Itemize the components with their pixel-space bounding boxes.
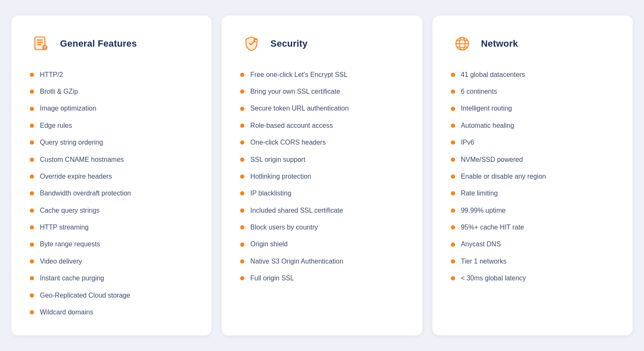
bullet-icon bbox=[240, 90, 244, 94]
list-item: Override expire headers bbox=[30, 172, 193, 181]
list-item: Wildcard domains bbox=[30, 308, 193, 317]
feature-text: One-click CORS headers bbox=[250, 138, 326, 147]
svg-rect-4 bbox=[37, 44, 41, 45]
bullet-icon bbox=[451, 107, 455, 111]
list-item: SSL origin support bbox=[240, 155, 403, 164]
list-item: Full origin SSL bbox=[240, 274, 403, 283]
list-item: < 30ms global latency bbox=[451, 274, 614, 283]
bullet-icon bbox=[240, 225, 244, 230]
list-item: Origin shield bbox=[240, 240, 403, 249]
feature-text: SSL origin support bbox=[250, 155, 305, 164]
list-item: Query string ordering bbox=[30, 138, 193, 147]
feature-text: Intelligent routing bbox=[461, 104, 512, 113]
list-item: Bandwidth overdraft protection bbox=[30, 189, 193, 198]
bullet-icon bbox=[30, 140, 34, 145]
list-item: Cache query strings bbox=[30, 206, 193, 215]
bullet-icon bbox=[240, 107, 244, 111]
bullet-icon bbox=[30, 73, 34, 77]
list-item: Image optimization bbox=[30, 104, 193, 113]
bullet-icon bbox=[451, 124, 455, 128]
list-item: Free one-click Let's Encrypt SSL bbox=[240, 70, 403, 79]
feature-list-security: Free one-click Let's Encrypt SSLBring yo… bbox=[240, 70, 403, 283]
bullet-icon bbox=[451, 174, 455, 179]
list-item: Hotlinking protection bbox=[240, 172, 403, 181]
list-item: 41 global datacenters bbox=[451, 70, 614, 79]
list-item: 99.99% uptime bbox=[451, 206, 614, 215]
bullet-icon bbox=[30, 225, 34, 230]
card-title-security: Security bbox=[270, 38, 307, 49]
bullet-icon bbox=[451, 208, 455, 213]
feature-text: Enable or disable any region bbox=[461, 172, 546, 181]
list-item: Rate limiting bbox=[451, 189, 614, 198]
bullet-icon bbox=[30, 276, 34, 280]
feature-text: NVMe/SSD powered bbox=[461, 155, 523, 164]
list-item: HTTP streaming bbox=[30, 223, 193, 232]
bullet-icon bbox=[30, 158, 34, 162]
bullet-icon bbox=[240, 191, 244, 195]
bullet-icon bbox=[451, 90, 455, 94]
feature-text: Custom CNAME hostnames bbox=[40, 155, 124, 164]
bullet-icon bbox=[30, 243, 34, 247]
bullet-icon bbox=[451, 225, 455, 230]
feature-text: Full origin SSL bbox=[250, 274, 294, 283]
bullet-icon bbox=[240, 140, 244, 145]
bullet-icon bbox=[240, 73, 244, 77]
list-item: Block users by country bbox=[240, 223, 403, 232]
feature-text: Instant cache purging bbox=[40, 274, 104, 283]
svg-rect-6 bbox=[44, 46, 46, 47]
card-header-network: Network bbox=[451, 32, 614, 55]
feature-text: 41 global datacenters bbox=[461, 70, 525, 79]
svg-rect-3 bbox=[37, 42, 43, 43]
feature-list-general: HTTP/2Brotli & GZipImage optimizationEdg… bbox=[30, 70, 193, 317]
feature-text: Bandwidth overdraft protection bbox=[40, 189, 131, 198]
feature-text: Role-based account access bbox=[250, 121, 333, 130]
bullet-icon bbox=[240, 174, 244, 179]
list-item: IP blacklisting bbox=[240, 189, 403, 198]
feature-text: Origin shield bbox=[250, 240, 288, 249]
bullet-icon bbox=[451, 243, 455, 247]
feature-text: Video delivery bbox=[40, 257, 82, 266]
bullet-icon bbox=[30, 191, 34, 195]
bullet-icon bbox=[30, 174, 34, 179]
feature-text: Override expire headers bbox=[40, 172, 112, 181]
feature-text: Native S3 Origin Authentication bbox=[250, 257, 343, 266]
feature-text: Edge rules bbox=[40, 121, 72, 130]
bullet-icon bbox=[30, 208, 34, 213]
list-item: IPv6 bbox=[451, 138, 614, 147]
feature-text: 99.99% uptime bbox=[461, 206, 506, 215]
feature-text: Brotli & GZip bbox=[40, 87, 78, 96]
bullet-icon bbox=[240, 124, 244, 128]
feature-card-network: Network41 global datacenters6 continents… bbox=[432, 16, 633, 336]
list-item: Native S3 Origin Authentication bbox=[240, 257, 403, 266]
list-item: Enable or disable any region bbox=[451, 172, 614, 181]
card-header-security: ★ Security bbox=[240, 32, 403, 55]
feature-text: Automatic healing bbox=[461, 121, 514, 130]
list-item: NVMe/SSD powered bbox=[451, 155, 614, 164]
feature-text: Secure token URL authentication bbox=[250, 104, 348, 113]
bullet-icon bbox=[240, 276, 244, 280]
feature-text: IP blacklisting bbox=[250, 189, 291, 198]
feature-text: Block users by country bbox=[250, 223, 318, 232]
list-item: Role-based account access bbox=[240, 121, 403, 130]
general-icon bbox=[30, 32, 52, 55]
feature-text: Geo-Replicated Cloud storage bbox=[40, 291, 130, 300]
card-title-network: Network bbox=[481, 38, 518, 49]
list-item: Custom CNAME hostnames bbox=[30, 155, 193, 164]
feature-text: < 30ms global latency bbox=[461, 274, 526, 283]
card-title-general: General Features bbox=[60, 38, 137, 49]
list-item: Instant cache purging bbox=[30, 274, 193, 283]
feature-text: IPv6 bbox=[461, 138, 474, 147]
feature-text: Included shared SSL certificate bbox=[250, 206, 343, 215]
bullet-icon bbox=[451, 158, 455, 162]
feature-text: Free one-click Let's Encrypt SSL bbox=[250, 70, 348, 79]
feature-text: HTTP streaming bbox=[40, 223, 89, 232]
list-item: Secure token URL authentication bbox=[240, 104, 403, 113]
bullet-icon bbox=[240, 259, 244, 264]
list-item: Brotli & GZip bbox=[30, 87, 193, 96]
features-grid: General FeaturesHTTP/2Brotli & GZipImage… bbox=[11, 16, 633, 336]
feature-text: 6 continents bbox=[461, 87, 497, 96]
list-item: Automatic healing bbox=[451, 121, 614, 130]
bullet-icon bbox=[240, 158, 244, 162]
list-item: Video delivery bbox=[30, 257, 193, 266]
bullet-icon bbox=[240, 243, 244, 247]
